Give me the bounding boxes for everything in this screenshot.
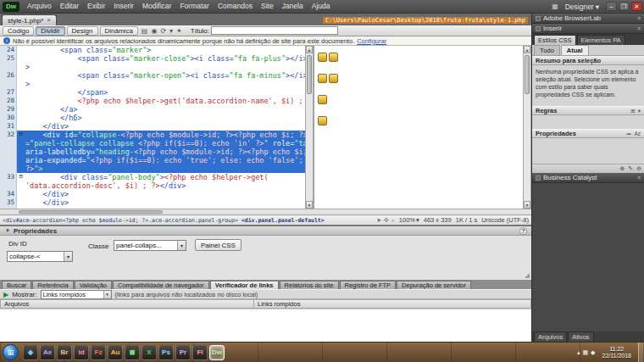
- php-marker-icon[interactable]: [329, 53, 338, 62]
- show-category-view-icon[interactable]: ≔: [626, 131, 632, 137]
- taskbar-icon-flash[interactable]: Fl: [192, 345, 208, 360]
- div-id-combobox[interactable]: collapse-< ▾: [7, 251, 73, 262]
- taskbar-icon-filezilla[interactable]: Fz: [91, 345, 106, 360]
- panel-header-browserlab[interactable]: Adobe BrowserLab ≡: [532, 14, 644, 24]
- panel-header-business-catalyst[interactable]: Business Catalyst ≡: [532, 173, 644, 183]
- rules-options-icon[interactable]: ▾: [638, 108, 641, 114]
- taskbar-icon-bridge[interactable]: Br: [57, 345, 72, 360]
- menu-site[interactable]: Site: [257, 0, 278, 13]
- show-cascade-icon[interactable]: ⊞: [630, 108, 635, 114]
- results-tab[interactable]: Validação: [75, 281, 112, 289]
- close-button[interactable]: ✕: [631, 2, 642, 11]
- code-editor[interactable]: 24 <span class="marker">25 <span class="…: [0, 46, 305, 209]
- menu-editar[interactable]: Editar: [56, 0, 83, 13]
- taskbar-icon-photoshop[interactable]: Ps: [158, 345, 174, 360]
- taskbar-clock[interactable]: 11:22 22/11/2018: [598, 346, 635, 359]
- taskbar-icon-dreamweaver[interactable]: Dw: [209, 345, 225, 360]
- file-management-icon[interactable]: ▤: [140, 27, 150, 35]
- taskbar-icon-indesign[interactable]: Id: [74, 345, 89, 360]
- refresh-icon[interactable]: ⟳: [158, 27, 168, 35]
- design-view[interactable]: [314, 46, 523, 209]
- panel-header-insert[interactable]: Inserir ≡: [532, 24, 644, 34]
- results-tab[interactable]: Compatibilidade de navegador: [113, 281, 209, 289]
- chevron-down-icon[interactable]: ▾: [177, 241, 186, 250]
- menu-arquivo[interactable]: Arquivo: [23, 0, 56, 13]
- resize-handle[interactable]: [525, 273, 530, 278]
- document-tab[interactable]: style-1.php* ×: [2, 14, 57, 25]
- menu-ajuda[interactable]: Ajuda: [308, 0, 335, 13]
- panel-tab[interactable]: Elementos PA: [577, 35, 625, 45]
- taskbar-icon-premiere[interactable]: Pr: [175, 345, 191, 360]
- taskbar-icon-app-generic[interactable]: ◈: [23, 345, 38, 360]
- class-combobox[interactable]: panel-collaps... ▾: [114, 240, 186, 251]
- window-size-value[interactable]: 463 x 339: [424, 216, 452, 224]
- panel-menu-icon[interactable]: ≡: [637, 175, 641, 181]
- taskbar-icon-audition[interactable]: Au: [108, 345, 123, 360]
- tag-selector[interactable]: <div#acm-accordion<?php echo $module->id…: [3, 217, 238, 224]
- restore-button[interactable]: ❐: [619, 2, 630, 11]
- results-tab[interactable]: Relatórios do site: [280, 281, 339, 289]
- edit-rule-icon[interactable]: ✎: [628, 165, 633, 172]
- horizontal-scrollbar[interactable]: [0, 209, 531, 214]
- preview-in-browser-icon[interactable]: ◉: [149, 27, 158, 35]
- menu-inserir[interactable]: Inserir: [109, 0, 138, 13]
- delete-rule-icon[interactable]: ⊖: [636, 165, 641, 172]
- menu-exibir[interactable]: Exibir: [83, 0, 109, 13]
- chevron-down-icon[interactable]: ▾: [103, 291, 111, 298]
- scroll-up-icon[interactable]: ▲: [524, 46, 530, 53]
- design-vertical-scrollbar[interactable]: ▲ ▼: [523, 46, 531, 209]
- results-tab[interactable]: Buscar: [2, 281, 31, 289]
- attach-stylesheet-icon[interactable]: ⊕: [619, 165, 625, 172]
- panel-tab-ativos[interactable]: Ativos: [568, 331, 593, 342]
- chevron-down-icon[interactable]: ▾: [64, 252, 72, 261]
- visual-aids-icon[interactable]: ✦: [175, 27, 184, 35]
- php-marker-icon[interactable]: [318, 95, 327, 104]
- results-tab[interactable]: Depuração de servidor: [397, 281, 471, 289]
- zoom-tool-icon[interactable]: ⌕: [391, 217, 395, 224]
- scrollbar-thumb[interactable]: [525, 55, 530, 94]
- zoom-control[interactable]: 100% ▾: [399, 216, 419, 224]
- workspace-switcher[interactable]: Designer ▾: [562, 3, 602, 11]
- layout-grid-icon[interactable]: ▦: [552, 3, 558, 10]
- menu-comandos[interactable]: Comandos: [214, 0, 257, 13]
- network-icon[interactable]: ▦: [582, 349, 588, 356]
- minimize-button[interactable]: –: [606, 2, 617, 11]
- view-button-dinâmica[interactable]: Dinâmica: [100, 26, 138, 36]
- app-logo-icon[interactable]: Dw: [3, 2, 19, 12]
- rules-list[interactable]: [532, 115, 644, 129]
- view-button-código[interactable]: Código: [3, 26, 34, 36]
- menu-modificar[interactable]: Modificar: [138, 0, 175, 13]
- rules-section-bar[interactable]: Regras ⊞▾: [532, 106, 644, 115]
- code-vertical-scrollbar[interactable]: ▲ ▼: [305, 46, 314, 209]
- panel-tab-arquivos[interactable]: Arquivos: [534, 331, 567, 342]
- sort-az-icon[interactable]: Az: [634, 131, 641, 137]
- php-marker-icon[interactable]: [329, 74, 338, 83]
- tag-selector[interactable]: <div.panel.panel-default>: [242, 217, 325, 224]
- show-hidden-icons-icon[interactable]: ▴: [577, 349, 580, 356]
- menu-formatar[interactable]: Formatar: [175, 0, 213, 13]
- properties-header[interactable]: ▼ Propriedades ?: [0, 226, 531, 236]
- scroll-up-icon[interactable]: ▲: [306, 46, 313, 53]
- title-input[interactable]: [211, 26, 338, 35]
- show-desktop-button[interactable]: [638, 343, 643, 362]
- scroll-down-icon[interactable]: ▼: [524, 201, 530, 209]
- mode-tab[interactable]: Tudo: [534, 45, 560, 55]
- scrollbar-thumb[interactable]: [19, 210, 163, 214]
- scroll-down-icon[interactable]: ▼: [306, 201, 313, 209]
- hand-tool-icon[interactable]: ✣: [384, 217, 389, 224]
- mode-tab[interactable]: Atual: [561, 45, 589, 55]
- view-options-icon[interactable]: ▾: [168, 27, 175, 35]
- close-icon[interactable]: ×: [47, 17, 51, 24]
- taskbar-icon-excel[interactable]: X: [142, 345, 157, 360]
- results-list[interactable]: [0, 309, 531, 342]
- collapse-arrow-icon[interactable]: ▼: [5, 228, 10, 233]
- php-marker-icon[interactable]: [318, 116, 327, 125]
- css-properties-list[interactable]: [532, 138, 644, 164]
- css-panel-button[interactable]: Painel CSS: [195, 239, 242, 251]
- panel-tab[interactable]: Estilos CSS: [534, 35, 576, 45]
- panel-menu-icon[interactable]: ≡: [637, 15, 641, 21]
- css-properties-section-bar[interactable]: Propriedades ≔Az: [532, 129, 644, 138]
- taskbar-icon-green-app[interactable]: ◼: [125, 345, 140, 360]
- results-column-header[interactable]: Arquivos: [0, 299, 254, 309]
- php-marker-icon[interactable]: [318, 53, 327, 62]
